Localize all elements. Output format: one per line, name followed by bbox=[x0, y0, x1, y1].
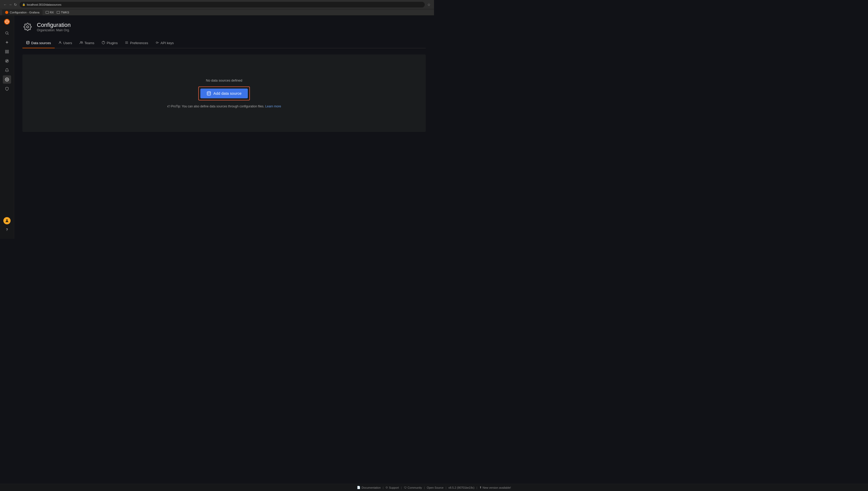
page-title-block: Configuration Organization: Main Org. bbox=[37, 22, 71, 32]
nav-buttons: ← → ↻ bbox=[3, 3, 18, 7]
user-avatar[interactable] bbox=[3, 217, 10, 224]
svg-point-22 bbox=[80, 41, 81, 42]
no-data-text: No data sources defined bbox=[206, 79, 242, 82]
datasources-icon bbox=[26, 41, 30, 45]
lock-icon: 🔒 bbox=[22, 3, 25, 6]
users-icon bbox=[58, 41, 62, 45]
sidebar-alerting[interactable] bbox=[3, 66, 11, 74]
sidebar-bottom: ? bbox=[3, 217, 11, 237]
browser-chrome: ← → ↻ 🔒 localhost:3010/datasources ☆ bbox=[0, 0, 434, 9]
svg-rect-12 bbox=[7, 50, 8, 51]
tab-favicon bbox=[5, 11, 8, 14]
sidebar-search[interactable] bbox=[3, 29, 11, 37]
sidebar: ? bbox=[0, 16, 14, 239]
url-text: localhost:3010/datasources bbox=[27, 3, 61, 6]
content-area: No data sources defined Add data source … bbox=[23, 55, 426, 132]
svg-point-19 bbox=[27, 26, 29, 28]
svg-point-7 bbox=[6, 32, 8, 34]
bookmark-twks-label: TWKS bbox=[61, 11, 69, 14]
add-datasource-label: Add data source bbox=[213, 91, 241, 95]
svg-point-27 bbox=[156, 42, 158, 44]
tab-preferences[interactable]: Preferences bbox=[121, 38, 152, 48]
svg-point-21 bbox=[59, 41, 61, 42]
back-button[interactable]: ← bbox=[3, 3, 7, 7]
configuration-icon bbox=[23, 22, 33, 32]
page-title: Configuration bbox=[37, 22, 71, 28]
teams-icon bbox=[80, 41, 83, 45]
svg-point-20 bbox=[27, 41, 29, 42]
protip-text: 🏷 ProTip: You can also define data sourc… bbox=[167, 105, 281, 108]
svg-rect-11 bbox=[5, 50, 7, 51]
sidebar-server-admin[interactable] bbox=[3, 85, 11, 93]
svg-point-23 bbox=[82, 41, 83, 42]
add-datasource-wrapper: Add data source bbox=[198, 86, 250, 100]
sidebar-dashboards[interactable] bbox=[3, 48, 11, 56]
browser-tab: Configuration - Grafana bbox=[2, 9, 42, 15]
add-datasource-button[interactable]: Add data source bbox=[200, 89, 248, 98]
page-subtitle: Organization: Main Org. bbox=[37, 28, 71, 32]
plugins-icon bbox=[102, 41, 105, 45]
svg-marker-16 bbox=[6, 60, 7, 61]
tab-users[interactable]: Users bbox=[55, 38, 76, 48]
learn-more-link[interactable]: Learn more bbox=[265, 105, 281, 108]
tab-apikeys-label: API keys bbox=[161, 41, 174, 45]
svg-point-6 bbox=[6, 21, 7, 22]
preferences-icon bbox=[125, 41, 128, 45]
page-header: Configuration Organization: Main Org. bbox=[23, 22, 426, 32]
bookmarks-bar: Configuration - Grafana RX TWKS bbox=[0, 9, 434, 16]
svg-rect-14 bbox=[7, 52, 8, 53]
grafana-logo[interactable] bbox=[3, 18, 11, 26]
bookmark-rx[interactable]: RX bbox=[45, 11, 54, 14]
app-layout: ? Configuration Organization: Main Org. bbox=[0, 16, 434, 239]
tabs: Data sources Users Teams bbox=[23, 38, 426, 48]
svg-rect-13 bbox=[5, 52, 7, 53]
protip-icon: 🏷 bbox=[167, 105, 170, 108]
forward-button[interactable]: → bbox=[8, 3, 12, 7]
tab-apikeys[interactable]: API keys bbox=[152, 38, 178, 48]
tab-users-label: Users bbox=[63, 41, 72, 45]
tab-plugins[interactable]: Plugins bbox=[98, 38, 121, 48]
apikeys-icon bbox=[155, 41, 159, 45]
bookmark-twks-icon bbox=[57, 11, 60, 14]
bookmark-rx-icon bbox=[45, 11, 49, 14]
sidebar-help[interactable]: ? bbox=[3, 225, 11, 234]
address-bar[interactable]: 🔒 localhost:3010/datasources bbox=[20, 2, 425, 7]
bookmark-twks[interactable]: TWKS bbox=[57, 11, 69, 14]
svg-line-8 bbox=[8, 34, 8, 35]
sidebar-new[interactable] bbox=[3, 38, 11, 47]
tab-teams-label: Teams bbox=[85, 41, 94, 45]
reload-button[interactable]: ↻ bbox=[13, 3, 18, 7]
tab-datasources[interactable]: Data sources bbox=[23, 38, 55, 48]
tab-datasources-label: Data sources bbox=[31, 41, 51, 45]
bookmark-rx-label: RX bbox=[50, 11, 54, 14]
tab-plugins-label: Plugins bbox=[107, 41, 118, 45]
svg-point-28 bbox=[207, 91, 211, 93]
tab-title: Configuration - Grafana bbox=[10, 11, 39, 14]
svg-point-17 bbox=[6, 79, 7, 80]
svg-point-18 bbox=[6, 220, 7, 221]
bookmark-star[interactable]: ☆ bbox=[427, 3, 431, 7]
sidebar-explore[interactable] bbox=[3, 57, 11, 65]
tab-teams[interactable]: Teams bbox=[76, 38, 98, 48]
sidebar-configuration[interactable] bbox=[3, 76, 11, 84]
main-content: Configuration Organization: Main Org. Da… bbox=[14, 16, 434, 239]
tab-preferences-label: Preferences bbox=[130, 41, 148, 45]
